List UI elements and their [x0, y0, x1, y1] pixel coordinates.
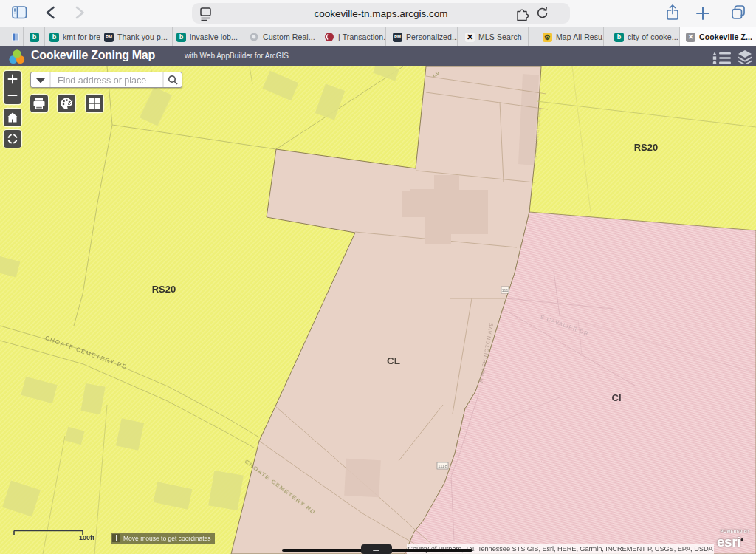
- svg-text:1118: 1118: [438, 464, 447, 468]
- svg-text:111: 111: [501, 288, 509, 293]
- svg-text:RS20: RS20: [152, 284, 176, 295]
- svg-text:cookeville-tn.maps.arcgis.com: cookeville-tn.maps.arcgis.com: [315, 8, 448, 19]
- svg-text:CL: CL: [387, 355, 400, 366]
- svg-text:CI: CI: [612, 392, 622, 403]
- svg-text:100ft: 100ft: [79, 534, 94, 541]
- svg-text:RS20: RS20: [634, 142, 659, 153]
